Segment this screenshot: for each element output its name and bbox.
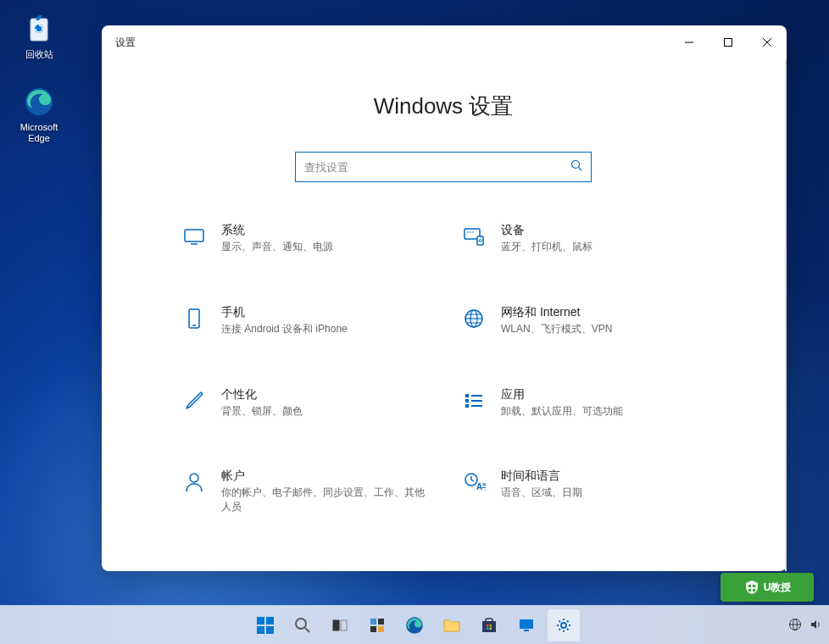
svg-point-7 (572, 161, 580, 169)
page-title: Windows 设置 (136, 92, 751, 121)
taskbar-search[interactable] (287, 609, 319, 641)
category-desc: 语音、区域、日期 (501, 486, 706, 500)
widgets[interactable] (361, 609, 393, 641)
svg-rect-49 (370, 626, 376, 632)
tray-globe-icon (788, 618, 802, 631)
category-title: 时间和语言 (501, 469, 706, 484)
category-devices[interactable]: 设备 蓝牙、打印机、鼠标 (460, 223, 706, 254)
svg-point-14 (472, 231, 474, 233)
display-icon (181, 223, 208, 250)
search-icon (294, 617, 311, 634)
person-icon (181, 469, 208, 496)
taskbar-explorer[interactable] (436, 609, 468, 641)
task-view-icon (331, 617, 348, 634)
category-desc: 你的帐户、电子邮件、同步设置、工作、其他人员 (221, 486, 426, 514)
svg-rect-58 (520, 619, 533, 629)
edge-icon (22, 85, 56, 119)
store-icon (480, 616, 498, 635)
category-desc: 连接 Android 设备和 iPhone (221, 322, 426, 336)
window-title: 设置 (115, 36, 136, 50)
svg-line-8 (579, 168, 582, 171)
category-title: 帐户 (221, 469, 426, 484)
svg-rect-42 (266, 626, 274, 634)
taskbar (0, 605, 829, 644)
titlebar[interactable]: 设置 (102, 25, 787, 59)
globe-icon (460, 305, 487, 332)
search-input[interactable] (304, 161, 570, 174)
categories-grid: 系统 显示、声音、通知、电源 设备 蓝牙、打印机、鼠标 (181, 223, 706, 514)
category-personalization[interactable]: 个性化 背景、锁屏、颜色 (181, 387, 426, 419)
taskbar-edge[interactable] (398, 609, 431, 641)
time-language-icon: A字 (460, 469, 487, 496)
svg-rect-25 (465, 399, 469, 402)
svg-rect-59 (524, 630, 529, 631)
category-network[interactable]: 网络和 Internet WLAN、飞行模式、VPN (460, 305, 706, 336)
svg-rect-39 (257, 617, 264, 625)
svg-rect-57 (490, 627, 492, 630)
recycle-bin-icon (22, 12, 56, 46)
desktop-icon-recycle-bin[interactable]: 回收站 (8, 12, 70, 60)
close-icon (763, 38, 771, 47)
svg-rect-53 (486, 619, 492, 622)
svg-rect-40 (266, 617, 274, 625)
search-icon (570, 159, 582, 175)
folder-icon (442, 616, 461, 635)
category-desc: 显示、声音、通知、电源 (221, 240, 426, 254)
category-title: 应用 (501, 387, 706, 402)
svg-rect-24 (465, 394, 469, 397)
watermark-text: U教授 (764, 580, 792, 595)
minimize-button[interactable] (670, 27, 709, 58)
task-view[interactable] (324, 609, 356, 641)
desktop-icon-edge[interactable]: Microsoft Edge (8, 85, 70, 144)
category-title: 设备 (501, 223, 706, 238)
svg-rect-54 (487, 625, 489, 627)
maximize-button[interactable] (709, 27, 748, 58)
desktop[interactable]: 回收站 Microsoft Edge 设置 Windows 设置 (0, 0, 829, 644)
category-title: 系统 (221, 223, 426, 238)
svg-text:A字: A字 (476, 482, 486, 491)
svg-rect-35 (748, 585, 751, 587)
system-tray[interactable] (788, 605, 822, 644)
category-title: 手机 (221, 305, 426, 320)
category-desc: WLAN、飞行模式、VPN (501, 322, 706, 336)
category-time-language[interactable]: A字 时间和语言 语音、区域、日期 (460, 469, 706, 514)
taskbar-store[interactable] (473, 609, 505, 641)
edge-label: Microsoft Edge (8, 122, 70, 144)
category-desc: 背景、锁屏、颜色 (221, 404, 426, 419)
svg-rect-15 (477, 236, 483, 245)
category-system[interactable]: 系统 显示、声音、通知、电源 (181, 223, 426, 254)
svg-rect-46 (341, 620, 347, 630)
maximize-icon (724, 38, 732, 47)
search-box[interactable] (295, 152, 592, 182)
taskbar-settings[interactable] (548, 609, 580, 641)
taskbar-monitor[interactable] (510, 609, 542, 641)
category-accounts[interactable]: 帐户 你的帐户、电子邮件、同步设置、工作、其他人员 (181, 469, 426, 514)
svg-rect-45 (333, 620, 339, 630)
svg-rect-48 (378, 619, 384, 625)
svg-rect-4 (725, 39, 732, 47)
svg-point-30 (190, 474, 198, 482)
monitor-icon (517, 616, 536, 635)
svg-point-13 (470, 231, 471, 233)
devices-icon (460, 223, 487, 250)
svg-rect-36 (753, 585, 755, 587)
apps-icon (460, 387, 487, 414)
gear-icon (554, 616, 573, 635)
svg-rect-56 (487, 627, 489, 630)
settings-window: 设置 Windows 设置 (102, 25, 787, 571)
category-phone[interactable]: 手机 连接 Android 设备和 iPhone (181, 305, 426, 336)
tray-volume-icon (809, 618, 822, 631)
category-apps[interactable]: 应用 卸载、默认应用、可选功能 (460, 387, 706, 419)
edge-icon (405, 616, 424, 635)
recycle-bin-label: 回收站 (8, 49, 70, 60)
category-desc: 蓝牙、打印机、鼠标 (501, 240, 706, 254)
svg-rect-37 (748, 589, 751, 591)
svg-rect-47 (370, 619, 376, 625)
phone-icon (181, 305, 208, 332)
minimize-icon (685, 38, 693, 47)
close-button[interactable] (748, 27, 787, 58)
svg-point-12 (467, 231, 469, 233)
svg-rect-41 (257, 626, 264, 634)
start-button[interactable] (249, 609, 281, 641)
category-desc: 卸载、默认应用、可选功能 (501, 404, 706, 419)
